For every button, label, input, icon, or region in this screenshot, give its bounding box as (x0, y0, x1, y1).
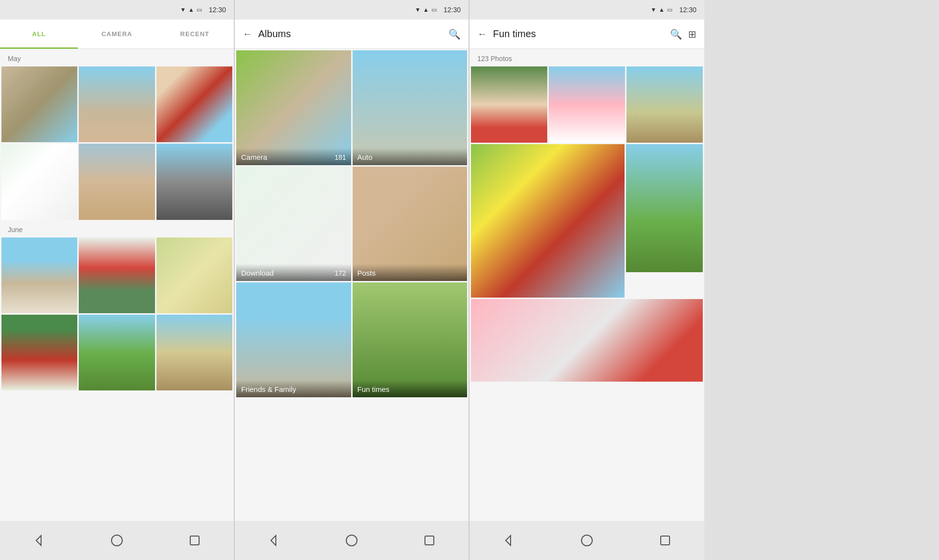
album-overlay-download: Download 172 (236, 264, 351, 281)
album-overlay-ff: Friends & Family (236, 380, 351, 397)
svg-rect-2 (190, 536, 199, 545)
photo-cell[interactable] (79, 315, 155, 390)
svg-marker-6 (506, 536, 511, 545)
photo-cell[interactable] (79, 144, 155, 219)
fun-photo-food[interactable] (471, 144, 625, 298)
tab-all[interactable]: ALL (0, 20, 78, 49)
time-3: 12:30 (679, 6, 696, 14)
nav-title-row: ← Albums 🔍 (235, 28, 469, 40)
search-icon-fun[interactable]: 🔍 (670, 28, 682, 40)
wifi-icon-2: ▲ (423, 6, 429, 13)
back-button-3[interactable] (496, 528, 521, 553)
section-label-june: June (0, 220, 234, 237)
home-button-2[interactable] (339, 528, 364, 553)
time-1: 12:30 (209, 6, 226, 14)
album-cell-fun[interactable]: Fun times (353, 282, 468, 397)
album-name-ff: Friends & Family (241, 385, 296, 393)
album-overlay-fun: Fun times (353, 380, 468, 397)
battery-icon-2: ▭ (431, 6, 437, 13)
svg-point-4 (346, 535, 357, 546)
photo-cell[interactable] (156, 144, 232, 219)
home-button-3[interactable] (575, 528, 599, 553)
battery-icon-3: ▭ (667, 6, 672, 13)
battery-icon-1: ▭ (197, 6, 202, 13)
album-name-camera: Camera (241, 153, 267, 161)
grid-icon-fun[interactable]: ⊞ (688, 28, 696, 40)
album-cell-auto[interactable]: Auto (353, 50, 468, 165)
fun-title: Fun times (493, 28, 664, 40)
photo-cell[interactable] (156, 66, 232, 142)
photo-cell[interactable] (156, 237, 232, 313)
bottom-nav-1 (0, 521, 234, 560)
album-count-camera: 181 (335, 153, 346, 161)
square-button-1[interactable] (182, 528, 207, 553)
signal-icon-1: ▼ (180, 6, 186, 13)
nav-title-row-fun: ← Fun times 🔍 ⊞ (470, 28, 704, 40)
photo-cell[interactable] (79, 66, 155, 142)
status-bar-3: ▼ ▲ ▭ 12:30 (470, 0, 704, 20)
photo-cell[interactable] (1, 66, 77, 142)
nav-bar-albums: ← Albums 🔍 (235, 20, 469, 49)
fun-photo-blossom[interactable] (549, 66, 625, 143)
svg-rect-5 (425, 536, 434, 545)
albums-title: Albums (258, 28, 443, 40)
svg-point-1 (112, 535, 122, 546)
svg-marker-3 (271, 536, 276, 545)
back-button-2[interactable] (262, 528, 286, 553)
square-button-2[interactable] (417, 528, 442, 553)
signal-icon-2: ▼ (415, 6, 421, 13)
fun-photo-lake[interactable] (626, 144, 703, 272)
square-button-3[interactable] (653, 528, 677, 553)
bottom-nav-3 (470, 521, 704, 560)
back-button-albums[interactable]: ← (243, 28, 252, 40)
status-icons-3: ▼ ▲ ▭ (650, 6, 672, 13)
search-icon-albums[interactable]: 🔍 (448, 28, 461, 40)
album-name-download: Download (241, 269, 274, 277)
photo-grid-june (0, 237, 234, 391)
svg-point-7 (581, 535, 592, 546)
back-button-1[interactable] (27, 528, 51, 553)
photo-grid-may (0, 66, 234, 220)
album-cell-posts[interactable]: Posts (353, 167, 468, 281)
album-overlay-camera: Camera 181 (236, 148, 351, 165)
fun-photo-family[interactable] (471, 66, 547, 143)
fun-photo-reeds[interactable] (626, 66, 703, 143)
svg-marker-0 (36, 536, 41, 545)
album-cell-ff[interactable]: Friends & Family (236, 282, 351, 397)
fun-content: 123 Photos (470, 49, 704, 521)
status-bar-2: ▼ ▲ ▭ 12:30 (235, 0, 469, 20)
album-overlay-auto: Auto (353, 148, 468, 165)
time-2: 12:30 (444, 6, 461, 14)
tab-recent[interactable]: RECENT (156, 20, 234, 49)
photo-cell[interactable] (79, 237, 155, 313)
status-icons-1: ▼ ▲ ▭ (180, 6, 202, 13)
fun-grid-row1 (470, 66, 704, 143)
album-name-fun: Fun times (358, 385, 390, 393)
wifi-icon-1: ▲ (188, 6, 194, 13)
phone-screen-2: ▼ ▲ ▭ 12:30 ← Albums 🔍 Camera 181 (235, 0, 470, 560)
photo-cell[interactable] (156, 315, 232, 390)
tab-camera[interactable]: CAMERA (78, 20, 156, 49)
photo-content-1: May June (0, 49, 234, 521)
album-overlay-posts: Posts (353, 264, 468, 281)
fun-photo-blossom2[interactable] (471, 299, 703, 382)
album-cell-camera[interactable]: Camera 181 (236, 50, 351, 165)
tab-bar-1: ALL CAMERA RECENT (0, 20, 234, 49)
photo-cell[interactable] (1, 237, 77, 313)
signal-icon-3: ▼ (650, 6, 656, 13)
album-count-download: 172 (335, 269, 346, 277)
albums-content: Camera 181 Auto Download 172 (235, 49, 469, 521)
svg-rect-8 (661, 536, 670, 545)
photo-cell[interactable] (1, 144, 77, 219)
status-icons-2: ▼ ▲ ▭ (415, 6, 437, 13)
album-name-auto: Auto (358, 153, 373, 161)
back-button-fun[interactable]: ← (477, 28, 487, 40)
home-button-1[interactable] (105, 528, 129, 553)
album-grid: Camera 181 Auto Download 172 (235, 49, 469, 399)
album-cell-download[interactable]: Download 172 (236, 167, 351, 281)
photo-cell[interactable] (1, 315, 77, 390)
phone-screen-1: ▼ ▲ ▭ 12:30 ALL CAMERA RECENT May (0, 0, 235, 560)
section-label-may: May (0, 49, 234, 66)
status-bar-1: ▼ ▲ ▭ 12:30 (0, 0, 234, 20)
album-name-posts: Posts (358, 269, 376, 277)
